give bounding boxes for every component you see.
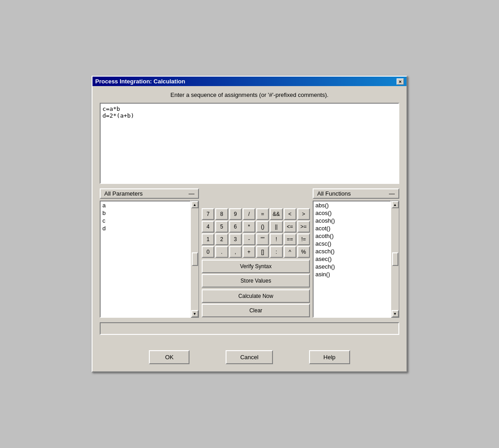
action-row-1: Verify Syntax Store Values — [202, 260, 310, 288]
func-scroll-up-arrow[interactable]: ▲ — [392, 201, 399, 208]
instruction-text: Enter a sequence of assignments (or '#'-… — [100, 91, 399, 98]
calc-btn-6[interactable]: 6 — [229, 221, 242, 233]
functions-scrollbar[interactable]: ▲ ▼ — [391, 201, 399, 318]
calc-btn-__[interactable]: () — [256, 221, 269, 233]
calculate-now-button[interactable]: Calculate Now — [202, 289, 310, 303]
calc-btn-_[interactable]: * — [243, 221, 255, 233]
calc-btn-8[interactable]: 8 — [215, 208, 228, 220]
calc-btn-__[interactable]: [] — [256, 246, 269, 258]
functions-panel: All Functions — abs()acos()acosh()acot()… — [313, 188, 399, 318]
calc-btn-_[interactable]: - — [243, 233, 255, 245]
middle-section: All Parameters — abcd ▲ ▼ 789/=&&<>456*(… — [100, 188, 399, 318]
scroll-up-arrow[interactable]: ▲ — [191, 201, 199, 208]
code-editor-container: c=a*b d=2*(a+b) — [100, 103, 399, 184]
verify-syntax-button[interactable]: Verify Syntax — [202, 260, 310, 273]
calc-btn-_[interactable]: ^ — [284, 246, 296, 258]
calc-btn-_[interactable]: , — [229, 246, 242, 258]
function-item[interactable]: acos() — [314, 209, 390, 217]
function-item[interactable]: acoth() — [314, 232, 390, 240]
calc-btn-__[interactable]: == — [284, 233, 296, 245]
parameters-header[interactable]: All Parameters — — [100, 188, 199, 199]
status-bar — [100, 322, 399, 335]
action-row-2: Calculate Now Clear — [202, 289, 310, 317]
functions-list-container: abs()acos()acosh()acot()acoth()acsc()acs… — [313, 201, 399, 318]
code-editor[interactable]: c=a*b d=2*(a+b) — [102, 105, 397, 181]
scroll-thumb[interactable] — [192, 252, 198, 266]
parameter-item[interactable]: c — [101, 217, 190, 224]
calculator-panel: 789/=&&<>456*()||<=>=123-""!==!=0.,+[]:^… — [202, 188, 310, 318]
calc-btn-__[interactable]: != — [297, 233, 310, 245]
main-dialog: Process Integration: Calculation × Enter… — [92, 76, 407, 372]
parameters-list: abcd — [100, 201, 191, 318]
calc-btn-5[interactable]: 5 — [215, 221, 228, 233]
calc-btn-9[interactable]: 9 — [229, 208, 242, 220]
calculator-grid: 789/=&&<>456*()||<=>=123-""!==!=0.,+[]:^… — [202, 208, 310, 258]
calc-btn-__[interactable]: || — [270, 221, 282, 233]
parameter-item[interactable]: d — [101, 224, 190, 232]
function-item[interactable]: abs() — [314, 201, 390, 209]
calc-btn-__[interactable]: && — [270, 208, 282, 220]
cancel-button[interactable]: Cancel — [226, 350, 273, 364]
function-item[interactable]: asec() — [314, 255, 390, 263]
dialog-body: Enter a sequence of assignments (or '#'-… — [92, 86, 407, 345]
calc-btn-_[interactable]: = — [256, 208, 269, 220]
parameter-item[interactable]: b — [101, 209, 190, 217]
parameter-item[interactable]: a — [101, 201, 190, 209]
ok-button[interactable]: OK — [149, 350, 189, 364]
calc-btn-1[interactable]: 1 — [202, 233, 214, 245]
calc-btn-__[interactable]: <= — [284, 221, 296, 233]
calc-btn-7[interactable]: 7 — [202, 208, 214, 220]
functions-collapse-btn[interactable]: — — [389, 190, 395, 197]
functions-list: abs()acos()acosh()acot()acoth()acsc()acs… — [313, 201, 391, 318]
calc-btn-0[interactable]: 0 — [202, 246, 214, 258]
parameters-list-container: abcd ▲ ▼ — [100, 201, 199, 318]
function-item[interactable]: acot() — [314, 224, 390, 232]
scroll-down-arrow[interactable]: ▼ — [191, 310, 199, 317]
calc-btn-_[interactable]: < — [284, 208, 296, 220]
calc-btn-_[interactable]: > — [297, 208, 310, 220]
calc-btn-__[interactable]: "" — [256, 233, 269, 245]
calc-btn-3[interactable]: 3 — [229, 233, 242, 245]
functions-label: All Functions — [317, 190, 351, 197]
parameters-scrollbar[interactable]: ▲ ▼ — [191, 201, 199, 318]
store-values-button[interactable]: Store Values — [202, 274, 310, 288]
calc-btn-_[interactable]: ! — [270, 233, 282, 245]
parameters-panel: All Parameters — abcd ▲ ▼ — [100, 188, 199, 318]
calc-btn-_[interactable]: % — [297, 246, 310, 258]
functions-header[interactable]: All Functions — — [313, 188, 399, 199]
calc-btn-_[interactable]: / — [243, 208, 255, 220]
title-bar: Process Integration: Calculation × — [92, 77, 407, 86]
dialog-footer: OK Cancel Help — [92, 345, 407, 371]
parameters-label: All Parameters — [104, 190, 143, 197]
help-button[interactable]: Help — [309, 350, 350, 364]
calc-btn-_[interactable]: . — [215, 246, 228, 258]
function-item[interactable]: acsch() — [314, 247, 390, 255]
func-scroll-thumb[interactable] — [392, 252, 398, 266]
close-button[interactable]: × — [397, 78, 404, 85]
function-item[interactable]: acosh() — [314, 217, 390, 224]
function-item[interactable]: asech() — [314, 263, 390, 270]
calc-btn-_[interactable]: : — [270, 246, 282, 258]
window-title: Process Integration: Calculation — [95, 78, 185, 85]
calc-btn-_[interactable]: + — [243, 246, 255, 258]
calc-btn-__[interactable]: >= — [297, 221, 310, 233]
calc-btn-4[interactable]: 4 — [202, 221, 214, 233]
function-item[interactable]: acsc() — [314, 240, 390, 247]
clear-button[interactable]: Clear — [202, 304, 310, 317]
calc-btn-2[interactable]: 2 — [215, 233, 228, 245]
function-item[interactable]: asin() — [314, 270, 390, 278]
parameters-collapse-btn[interactable]: — — [189, 190, 194, 197]
func-scroll-down-arrow[interactable]: ▼ — [392, 310, 399, 317]
